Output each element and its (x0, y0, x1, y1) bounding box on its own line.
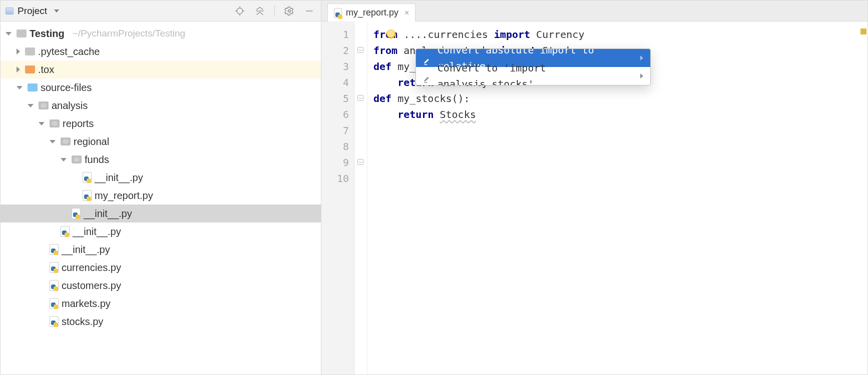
intention-icon (423, 72, 431, 80)
locate-icon[interactable] (233, 4, 246, 18)
intention-popup: Convert absolute import to relativeConve… (415, 48, 651, 86)
tree-node[interactable]: __init__.py (1, 240, 321, 258)
tree-node[interactable]: analysis (1, 96, 321, 114)
editor-tab[interactable]: my_report.py × (327, 4, 415, 22)
python-file-icon (50, 244, 59, 255)
tree-node[interactable]: reports (1, 114, 321, 132)
intention-item[interactable]: Convert to 'import analysis.stocks' (416, 67, 650, 85)
tree-node-label: analysis (52, 100, 88, 112)
folder-icon (25, 66, 35, 74)
python-file-icon (334, 8, 342, 18)
tree-root[interactable]: Testing ~/PycharmProjects/Testing (1, 24, 321, 42)
tree-node[interactable]: regional (1, 132, 321, 150)
tree-node-label: __init__.py (84, 208, 132, 220)
tree-node-label: markets.py (62, 298, 111, 310)
python-file-icon (61, 226, 70, 237)
expand-toggle-icon[interactable] (28, 104, 34, 108)
fold-toggle-icon[interactable] (357, 95, 363, 101)
tree-node-label: regional (74, 136, 109, 148)
minimize-icon[interactable] (303, 4, 316, 18)
expand-toggle-icon[interactable] (17, 66, 20, 72)
project-header: Project (1, 0, 321, 22)
gear-icon[interactable] (283, 4, 296, 18)
folder-icon (72, 156, 82, 164)
marker-strip[interactable] (859, 22, 867, 374)
tree-node[interactable]: stocks.py (1, 312, 321, 330)
expand-toggle-icon[interactable] (17, 86, 23, 90)
folder-icon (50, 120, 60, 128)
tree-node-label: __init__.py (73, 226, 121, 238)
project-tree[interactable]: Testing ~/PycharmProjects/Testing .pytes… (1, 22, 321, 334)
fold-gutter (354, 22, 367, 374)
tree-node-label: stocks.py (62, 316, 103, 328)
tree-node[interactable]: __init__.py (1, 222, 321, 240)
editor-area: my_report.py × 12345678910 Convert absol… (321, 0, 867, 374)
tree-node[interactable]: __init__.py (1, 168, 321, 186)
fold-toggle-icon[interactable] (357, 159, 363, 165)
folder-icon (17, 30, 27, 38)
tree-node[interactable]: __init__.py (1, 204, 321, 222)
folder-icon (25, 48, 35, 56)
tree-node-label: reports (63, 118, 94, 130)
tree-node[interactable]: markets.py (1, 294, 321, 312)
tree-node-label: __init__.py (62, 244, 110, 256)
chevron-right-icon (640, 74, 643, 78)
intention-icon (423, 54, 431, 62)
tree-node-label: my_report.py (95, 190, 153, 202)
tree-node-label: funds (85, 154, 109, 166)
python-file-icon (50, 280, 59, 291)
tree-node-label: Testing (30, 28, 65, 40)
code-lines[interactable]: Convert absolute import to relativeConve… (367, 22, 859, 374)
tree-node-label: currencies.py (62, 262, 121, 274)
tree-node[interactable]: funds (1, 150, 321, 168)
python-file-icon (50, 262, 59, 273)
tree-node[interactable]: .tox (1, 60, 321, 78)
folder-icon (61, 138, 71, 146)
tree-node-label: __init__.py (95, 172, 143, 184)
tree-node-label: source-files (41, 82, 92, 94)
project-icon (6, 8, 14, 14)
collapse-all-icon[interactable] (253, 4, 266, 18)
chevron-right-icon (640, 56, 643, 60)
expand-toggle-icon[interactable] (6, 32, 12, 36)
tree-node[interactable]: my_report.py (1, 186, 321, 204)
expand-toggle-icon[interactable] (61, 158, 67, 162)
close-icon[interactable]: × (404, 8, 409, 18)
python-file-icon (83, 172, 92, 183)
separator (274, 5, 275, 17)
project-tool-window: Project (1, 0, 321, 374)
python-file-icon (72, 208, 81, 219)
line-number-gutter: 12345678910 (321, 22, 354, 374)
code-editor[interactable]: 12345678910 Convert absolute import to r… (321, 22, 867, 374)
folder-icon (28, 84, 38, 92)
python-file-icon (50, 298, 59, 309)
python-file-icon (83, 190, 92, 201)
intention-bulb-icon[interactable] (386, 30, 395, 38)
expand-toggle-icon[interactable] (17, 48, 20, 54)
tree-node-label: customers.py (62, 280, 121, 292)
python-file-icon (50, 316, 59, 327)
warning-marker[interactable] (860, 28, 866, 34)
folder-icon (39, 102, 49, 110)
tree-node[interactable]: customers.py (1, 276, 321, 294)
editor-tab-label: my_report.py (346, 8, 398, 18)
tree-node-path: ~/PycharmProjects/Testing (73, 28, 185, 39)
intention-label: Convert to 'import analysis.stocks' (438, 60, 634, 86)
tree-node-label: .tox (38, 64, 54, 76)
expand-toggle-icon[interactable] (50, 140, 56, 144)
tree-node-label: .pytest_cache (38, 46, 100, 58)
tree-node[interactable]: .pytest_cache (1, 42, 321, 60)
editor-tabbar: my_report.py × (321, 0, 867, 22)
fold-toggle-icon[interactable] (357, 47, 363, 53)
tree-node[interactable]: source-files (1, 78, 321, 96)
svg-point-6 (288, 10, 291, 12)
expand-toggle-icon[interactable] (39, 122, 45, 126)
svg-point-0 (237, 8, 243, 14)
project-view-selector[interactable]: Project (6, 6, 59, 16)
tree-node[interactable]: currencies.py (1, 258, 321, 276)
chevron-down-icon (54, 10, 59, 12)
project-title: Project (18, 6, 47, 16)
